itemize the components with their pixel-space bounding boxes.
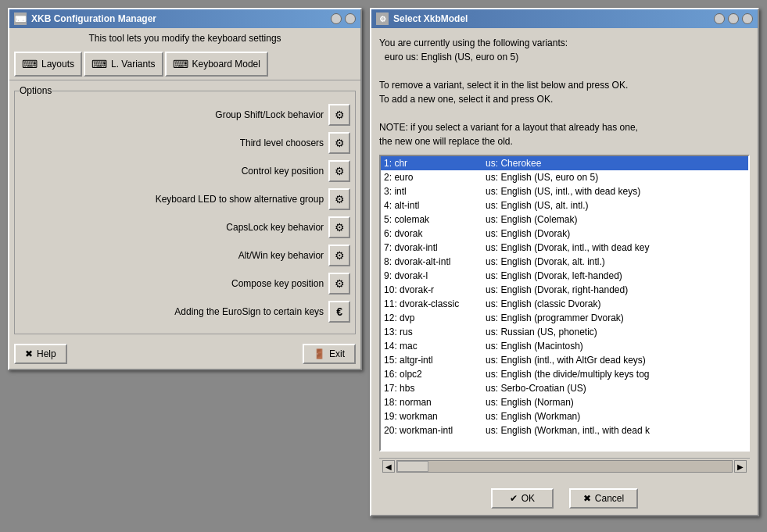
list-item[interactable]: 9: dvorak-lus: English (Dvorak, left-han…	[381, 269, 748, 283]
list-item[interactable]: 19: workmanus: English (Workman)	[381, 409, 748, 423]
scroll-track[interactable]	[396, 460, 733, 473]
option-btn-compose-key[interactable]: ⚙	[328, 273, 350, 295]
list-item-id: 19: workman	[384, 411, 486, 422]
list-item-desc: us: English (Macintosh)	[486, 341, 583, 352]
ok-button[interactable]: ✔ OK	[491, 488, 554, 509]
list-item-id: 1: chr	[384, 158, 486, 169]
list-item[interactable]: 5: colemakus: English (Colemak)	[381, 212, 748, 227]
option-row-capslock: CapsLock key behavior ⚙	[20, 216, 350, 238]
option-icon-control-key: ⚙	[335, 165, 345, 177]
list-item-desc: us: Serbo-Croatian (US)	[486, 383, 586, 394]
right-title-bar-controls	[714, 13, 753, 24]
list-item[interactable]: 18: normanus: English (Norman)	[381, 395, 748, 409]
exit-button[interactable]: 🚪 Exit	[303, 344, 356, 364]
list-item[interactable]: 8: dvorak-alt-intlus: English (Dvorak, a…	[381, 255, 748, 269]
scroll-thumb[interactable]	[397, 461, 428, 472]
exit-label: Exit	[329, 348, 345, 359]
option-icon-compose-key: ⚙	[335, 277, 345, 290]
option-label-control-key: Control key position	[20, 166, 324, 177]
option-btn-third-level[interactable]: ⚙	[328, 132, 350, 154]
list-item[interactable]: 12: dvpus: English (programmer Dvorak)	[381, 311, 748, 325]
scroll-left-arrow[interactable]: ◀	[382, 460, 395, 473]
ok-icon: ✔	[510, 493, 518, 504]
option-row-compose-key: Compose key position ⚙	[20, 273, 350, 295]
option-row-altwin: Alt/Win key behavior ⚙	[20, 245, 350, 266]
list-item[interactable]: 4: alt-intlus: English (US, alt. intl.)	[381, 198, 748, 212]
layouts-label: Layouts	[41, 59, 74, 70]
list-item[interactable]: 6: dvorakus: English (Dvorak)	[381, 227, 748, 241]
option-label-compose-key: Compose key position	[20, 278, 324, 289]
keyboard-model-button[interactable]: ⌨ Keyboard Model	[165, 52, 268, 77]
help-label: Help	[37, 348, 56, 359]
left-title-bar: ⌨ XKB Configuration Manager	[9, 9, 360, 28]
xkb-config-manager-window: ⌨ XKB Configuration Manager This tool le…	[8, 8, 362, 370]
list-item-id: 16: olpc2	[384, 369, 486, 380]
cancel-label: Cancel	[595, 493, 624, 504]
option-btn-euro-sign[interactable]: €	[328, 301, 350, 323]
list-item[interactable]: 20: workman-intlus: English (Workman, in…	[381, 423, 748, 437]
maximize-button[interactable]	[345, 13, 356, 24]
options-legend: Options	[20, 85, 52, 96]
option-btn-group-shift[interactable]: ⚙	[328, 104, 350, 126]
list-item[interactable]: 7: dvorak-intlus: English (Dvorak, intl.…	[381, 241, 748, 255]
option-label-keyboard-led: Keyboard LED to show alternative group	[20, 194, 324, 205]
list-item-id: 10: dvorak-r	[384, 284, 486, 295]
list-item-desc: us: Russian (US, phonetic)	[486, 327, 597, 337]
option-icon-euro-sign: €	[336, 305, 342, 318]
subtitle-bar: This tool lets you modify the keyboard s…	[9, 28, 360, 48]
list-item[interactable]: 16: olpc2us: English (the divide/multipl…	[381, 367, 748, 381]
right-title-bar-left: ⚙ Select XkbModel	[376, 12, 468, 25]
horizontal-scrollbar[interactable]: ◀ ▶	[379, 458, 750, 474]
option-icon-third-level: ⚙	[335, 137, 345, 149]
option-label-group-shift: Group Shift/Lock behavior	[20, 109, 324, 120]
list-item-id: 20: workman-intl	[384, 425, 486, 436]
list-item[interactable]: 15: altgr-intlus: English (intl., with A…	[381, 353, 748, 367]
option-btn-control-key[interactable]: ⚙	[328, 160, 350, 182]
list-item[interactable]: 10: dvorak-rus: English (Dvorak, right-h…	[381, 283, 748, 297]
help-button[interactable]: ✖ Help	[14, 344, 67, 364]
layouts-button[interactable]: ⌨ Layouts	[14, 52, 82, 77]
right-minimize-button[interactable]	[714, 13, 725, 24]
list-item[interactable]: 13: rusus: Russian (US, phonetic)	[381, 325, 748, 339]
list-item-desc: us: English (programmer Dvorak)	[486, 312, 624, 323]
list-item[interactable]: 17: hbsus: Serbo-Croatian (US)	[381, 381, 748, 395]
list-item[interactable]: 3: intlus: English (US, intl., with dead…	[381, 184, 748, 198]
l-variants-label: L. Variants	[111, 59, 155, 70]
list-item-desc: us: English (US, intl., with dead keys)	[486, 186, 640, 197]
option-btn-altwin[interactable]: ⚙	[328, 245, 350, 266]
option-label-capslock: CapsLock key behavior	[20, 222, 324, 233]
option-row-euro-sign: Adding the EuroSign to certain keys €	[20, 301, 350, 323]
option-icon-group-shift: ⚙	[335, 109, 345, 121]
list-item-id: 2: euro	[384, 172, 486, 183]
info-line-4: To add a new one, select it and press OK…	[379, 94, 553, 105]
list-item-id: 14: mac	[384, 341, 486, 352]
list-item[interactable]: 2: eurous: English (US, euro on 5)	[381, 170, 748, 184]
list-item-desc: us: English (Norman)	[486, 397, 574, 408]
list-item-desc: us: English (Workman, intl., with dead k	[486, 425, 650, 436]
option-btn-capslock[interactable]: ⚙	[328, 216, 350, 238]
list-item-desc: us: English (Workman)	[486, 411, 580, 422]
list-item-id: 5: colemak	[384, 214, 486, 225]
minimize-button[interactable]	[331, 13, 342, 24]
list-item-id: 17: hbs	[384, 383, 486, 394]
info-text: You are currently using the following va…	[379, 36, 750, 148]
variant-list[interactable]: 1: chrus: Cherokee2: eurous: English (US…	[379, 155, 750, 452]
option-btn-keyboard-led[interactable]: ⚙	[328, 188, 350, 210]
l-variants-button[interactable]: ⌨ L. Variants	[84, 52, 163, 77]
right-maximize-button[interactable]	[728, 13, 739, 24]
title-bar-left: ⌨ XKB Configuration Manager	[14, 12, 156, 25]
scroll-right-arrow[interactable]: ▶	[734, 460, 747, 473]
keyboard-model-label: Keyboard Model	[192, 59, 260, 70]
info-line-3: To remove a variant, select it in the li…	[379, 80, 628, 91]
list-item[interactable]: 1: chrus: Cherokee	[381, 156, 748, 170]
list-item-desc: us: English (US, euro on 5)	[486, 172, 598, 183]
list-item-id: 13: rus	[384, 327, 486, 337]
list-item[interactable]: 14: macus: English (Macintosh)	[381, 339, 748, 353]
option-row-third-level: Third level choosers ⚙	[20, 132, 350, 154]
right-title-bar: ⚙ Select XkbModel	[371, 9, 758, 28]
list-item-desc: us: English (US, alt. intl.)	[486, 200, 588, 211]
list-item[interactable]: 11: dvorak-classicus: English (classic D…	[381, 297, 748, 311]
right-close-button[interactable]	[742, 13, 753, 24]
cancel-button[interactable]: ✖ Cancel	[569, 488, 638, 509]
list-item-id: 9: dvorak-l	[384, 270, 486, 281]
